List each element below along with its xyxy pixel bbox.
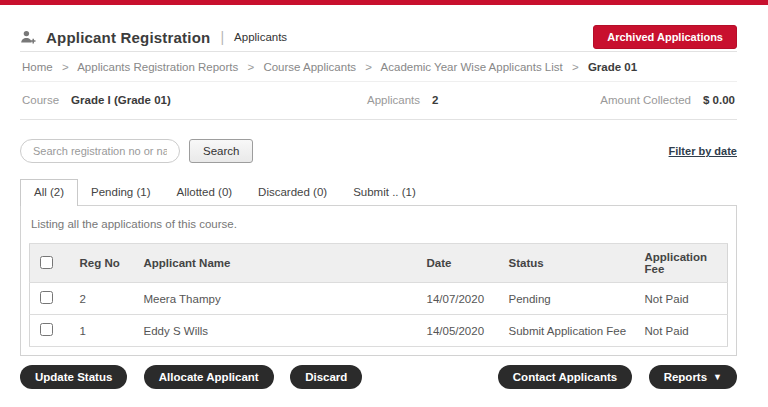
tab-submit[interactable]: Submit .. (1): [340, 180, 429, 205]
table-row: 2 Meera Thampy 14/07/2020 Pending Not Pa…: [30, 283, 728, 315]
breadcrumb-separator: >: [247, 61, 254, 73]
search-input[interactable]: [20, 139, 180, 163]
applications-panel: Listing all the applications of this cou…: [20, 205, 737, 356]
caret-down-icon: ▼: [713, 372, 722, 382]
page-container: Applicant Registration | Applicants Arch…: [0, 5, 768, 389]
amount-collected-value: $ 0.00: [703, 94, 735, 106]
select-all-checkbox[interactable]: [40, 256, 53, 269]
column-applicant-name: Applicant Name: [136, 244, 419, 283]
breadcrumb-course-applicants[interactable]: Course Applicants: [263, 61, 356, 73]
tab-all[interactable]: All (2): [20, 179, 78, 206]
breadcrumb-separator: >: [365, 61, 372, 73]
row-select-checkbox[interactable]: [40, 291, 53, 304]
breadcrumb-separator: >: [572, 61, 579, 73]
update-status-button[interactable]: Update Status: [20, 365, 127, 389]
listing-message: Listing all the applications of this cou…: [21, 206, 736, 243]
contact-applicants-button[interactable]: Contact Applicants: [498, 365, 632, 389]
breadcrumb-applicants-registration-reports[interactable]: Applicants Registration Reports: [77, 61, 238, 73]
amount-collected-label: Amount Collected: [600, 94, 691, 106]
archived-applications-button[interactable]: Archived Applications: [593, 25, 737, 49]
cell-applicant-name: Meera Thampy: [136, 283, 419, 315]
column-reg-no: Reg No: [72, 244, 136, 283]
cell-status: Pending: [501, 283, 637, 315]
page-header: Applicant Registration | Applicants Arch…: [20, 5, 737, 51]
reports-button[interactable]: Reports ▼: [649, 365, 737, 389]
applicants-count-group: Applicants 2: [367, 94, 438, 106]
page-subtitle: Applicants: [234, 31, 287, 43]
bottom-actions-right: Contact Applicants Reports ▼: [498, 365, 737, 389]
cell-date: 14/05/2020: [419, 315, 501, 347]
column-status: Status: [501, 244, 637, 283]
cell-application-fee: Not Paid: [637, 315, 728, 347]
course-label: Course: [22, 94, 59, 106]
reports-button-label: Reports: [664, 371, 707, 383]
breadcrumb-separator: >: [62, 61, 69, 73]
course-value: Grade I (Grade 01): [71, 94, 171, 106]
applicants-label: Applicants: [367, 94, 420, 106]
breadcrumb-academic-year-wise-applicants-list[interactable]: Academic Year Wise Applicants List: [381, 61, 563, 73]
cell-applicant-name: Eddy S Wills: [136, 315, 419, 347]
column-date: Date: [419, 244, 501, 283]
cell-application-fee: Not Paid: [637, 283, 728, 315]
column-application-fee: Application Fee: [637, 244, 728, 283]
cell-reg-no: 2: [72, 283, 136, 315]
cell-reg-no: 1: [72, 315, 136, 347]
filter-by-date-link[interactable]: Filter by date: [669, 145, 737, 157]
cell-date: 14/07/2020: [419, 283, 501, 315]
breadcrumb-home[interactable]: Home: [22, 61, 53, 73]
applicants-table: Reg No Applicant Name Date Status Applic…: [29, 243, 728, 347]
person-add-icon: [20, 29, 37, 46]
row-select-checkbox[interactable]: [40, 323, 53, 336]
status-tabs: All (2) Pending (1) Allotted (0) Discard…: [20, 179, 737, 205]
course-group: Course Grade I (Grade 01): [22, 94, 171, 106]
breadcrumb: Home > Applicants Registration Reports >…: [20, 52, 737, 81]
search-row: Search Filter by date: [20, 139, 737, 163]
cell-status: Submit Application Fee: [501, 315, 637, 347]
summary-divider: [20, 119, 737, 120]
amount-collected-group: Amount Collected $ 0.00: [600, 94, 735, 106]
table-header-row: Reg No Applicant Name Date Status Applic…: [30, 244, 728, 283]
allocate-applicant-button[interactable]: Allocate Applicant: [144, 365, 274, 389]
discard-button[interactable]: Discard: [290, 365, 362, 389]
table-row: 1 Eddy S Wills 14/05/2020 Submit Applica…: [30, 315, 728, 347]
breadcrumb-current: Grade 01: [588, 61, 637, 73]
bottom-actions-left: Update Status Allocate Applicant Discard: [20, 365, 374, 389]
search-button[interactable]: Search: [189, 139, 253, 163]
title-divider: |: [220, 29, 224, 45]
applicants-count: 2: [432, 94, 438, 106]
course-summary-row: Course Grade I (Grade 01) Applicants 2 A…: [20, 82, 737, 119]
tab-pending[interactable]: Pending (1): [78, 180, 163, 205]
tab-allotted[interactable]: Allotted (0): [164, 180, 246, 205]
bottom-actions: Update Status Allocate Applicant Discard…: [20, 365, 737, 389]
page-title: Applicant Registration: [46, 29, 210, 46]
tab-discarded[interactable]: Discarded (0): [245, 180, 340, 205]
